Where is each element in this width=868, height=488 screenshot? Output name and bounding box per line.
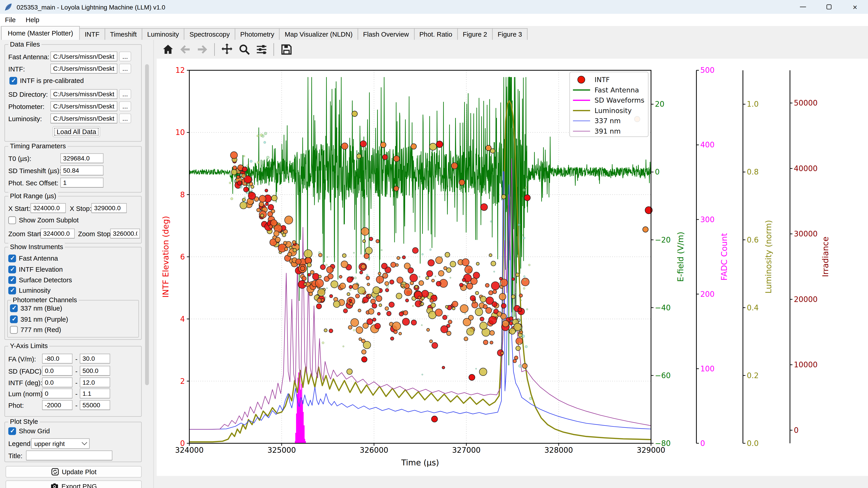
phot-max-input[interactable] bbox=[80, 400, 110, 410]
photometer-path-input[interactable] bbox=[51, 101, 117, 111]
magnifier-icon bbox=[238, 43, 250, 56]
tab-photometry[interactable]: Photometry bbox=[235, 28, 280, 40]
legend-position-label: Legend: bbox=[8, 440, 32, 448]
menu-help[interactable]: Help bbox=[21, 15, 44, 25]
tab-luminosity[interactable]: Luminosity bbox=[142, 28, 185, 40]
zoom-stop-input[interactable] bbox=[110, 229, 140, 238]
title-bar: 025353_main - Loyola Lightning Machine (… bbox=[0, 0, 868, 14]
app-feather-icon bbox=[4, 2, 13, 11]
checkbox-luminosity[interactable]: Luminosity bbox=[8, 287, 51, 294]
t0-input[interactable] bbox=[60, 153, 103, 163]
browse-intf-button[interactable]: ... bbox=[119, 64, 131, 74]
export-png-label: Export PNG bbox=[62, 482, 97, 488]
svg-text:0.0: 0.0 bbox=[747, 439, 759, 448]
checkbox-icon bbox=[8, 216, 16, 224]
group-photometer-channels: Photometer Channels 337 nm (Blue) 391 nm… bbox=[7, 300, 139, 337]
intf-path-label: INTF: bbox=[8, 65, 25, 73]
checkbox-label: INTF Elevation bbox=[19, 266, 63, 273]
fa-max-input[interactable] bbox=[80, 354, 110, 364]
luminosity-path-input[interactable] bbox=[51, 113, 117, 123]
fast-antenna-path-input[interactable] bbox=[51, 52, 117, 62]
sd-max-input[interactable] bbox=[80, 366, 110, 376]
load-all-data-button[interactable]: Load All Data bbox=[53, 126, 100, 137]
tab-spectroscopy[interactable]: Spectroscopy bbox=[184, 28, 236, 40]
phot-sec-offset-input[interactable] bbox=[60, 178, 103, 188]
checkbox-show-grid[interactable]: Show Grid bbox=[8, 427, 50, 435]
lum-max-input[interactable] bbox=[80, 389, 110, 398]
sd-min-input[interactable] bbox=[42, 366, 72, 376]
sidebar-scrollbar[interactable] bbox=[144, 40, 150, 488]
dash: - bbox=[75, 355, 78, 363]
x-start-input[interactable] bbox=[31, 203, 66, 213]
pane-divider[interactable] bbox=[153, 40, 154, 488]
pan-button[interactable] bbox=[220, 42, 234, 57]
checkbox-surface-detectors[interactable]: Surface Detectors bbox=[8, 276, 72, 284]
x-stop-label: X Stop: bbox=[70, 205, 91, 213]
configure-subplots-button[interactable] bbox=[254, 42, 269, 57]
arrow-right-icon bbox=[196, 43, 209, 56]
intf-max-input[interactable] bbox=[80, 378, 110, 387]
checkbox-391nm[interactable]: 391 nm (Purple) bbox=[10, 316, 68, 323]
group-title: Data Files bbox=[8, 40, 41, 48]
svg-text:200: 200 bbox=[700, 290, 714, 299]
tab-figure-3[interactable]: Figure 3 bbox=[492, 28, 527, 40]
dash: - bbox=[75, 390, 78, 398]
sd-directory-input[interactable] bbox=[51, 89, 117, 99]
fa-min-input[interactable] bbox=[42, 354, 72, 364]
lum-min-input[interactable] bbox=[42, 389, 72, 398]
svg-text:2: 2 bbox=[180, 377, 185, 386]
sliders-icon bbox=[255, 43, 268, 56]
minimize-icon bbox=[800, 6, 806, 7]
update-plot-button[interactable]: Update Plot bbox=[5, 466, 142, 478]
browse-sd-button[interactable]: ... bbox=[119, 89, 131, 99]
maximize-button[interactable] bbox=[816, 0, 842, 14]
tab-home-master-plotter[interactable]: Home (Master Plotter) bbox=[1, 26, 80, 40]
tab-map-visualizer[interactable]: Map Visualizer (NLDN) bbox=[279, 28, 358, 40]
checkbox-intf-precalibrated[interactable]: INTF is pre-calibrated bbox=[9, 77, 84, 85]
luminosity-path-label: Luminosity: bbox=[8, 115, 42, 123]
svg-text:INTF Elevation (deg): INTF Elevation (deg) bbox=[161, 216, 170, 297]
figure-canvas[interactable]: 324000325000326000327000328000329000Time… bbox=[157, 59, 868, 476]
checkbox-fast-antenna[interactable]: Fast Antenna bbox=[8, 255, 58, 262]
checkbox-icon bbox=[8, 276, 16, 284]
home-button[interactable] bbox=[160, 42, 175, 57]
tab-figure-2[interactable]: Figure 2 bbox=[457, 28, 493, 40]
tab-intf[interactable]: INTF bbox=[79, 28, 105, 40]
checkbox-337nm[interactable]: 337 nm (Blue) bbox=[10, 304, 62, 312]
close-button[interactable]: × bbox=[842, 0, 868, 14]
minimize-button[interactable] bbox=[790, 0, 816, 14]
checkbox-show-zoom-subplot[interactable]: Show Zoom Subplot bbox=[8, 216, 79, 224]
forward-button[interactable] bbox=[195, 42, 209, 57]
checkbox-icon bbox=[8, 427, 16, 435]
x-stop-input[interactable] bbox=[91, 203, 127, 213]
sd-timeshift-input[interactable] bbox=[60, 165, 103, 175]
master-plot[interactable]: 324000325000326000327000328000329000Time… bbox=[157, 59, 868, 476]
zoom-start-input[interactable] bbox=[40, 229, 75, 238]
phot-min-input[interactable] bbox=[42, 400, 72, 410]
checkbox-intf-elevation[interactable]: INTF Elevation bbox=[8, 266, 63, 273]
tab-phot-ratio[interactable]: Phot. Ratio bbox=[414, 28, 458, 40]
photometer-path-label: Photometer: bbox=[8, 103, 44, 110]
tab-flash-overview[interactable]: Flash Overview bbox=[358, 28, 414, 40]
browse-luminosity-button[interactable]: ... bbox=[119, 113, 131, 123]
checkbox-777nm[interactable]: 777 nm (Red) bbox=[10, 326, 61, 334]
checkbox-label: Fast Antenna bbox=[19, 255, 58, 262]
sidebar-scrollbar-thumb[interactable] bbox=[145, 64, 149, 385]
intf-min-input[interactable] bbox=[42, 378, 72, 387]
menu-file[interactable]: File bbox=[0, 15, 21, 25]
export-png-button[interactable]: Export PNG bbox=[5, 480, 142, 488]
zoom-button[interactable] bbox=[237, 42, 251, 57]
svg-text:328000: 328000 bbox=[545, 446, 573, 455]
checkbox-label: Luminosity bbox=[19, 287, 51, 294]
group-title: Y-Axis Limits bbox=[8, 342, 50, 350]
plot-title-input[interactable] bbox=[26, 451, 112, 460]
back-button[interactable] bbox=[178, 42, 192, 57]
intf-path-input[interactable] bbox=[51, 64, 117, 74]
tab-timeshift[interactable]: Timeshift bbox=[104, 28, 142, 40]
save-button[interactable] bbox=[279, 42, 293, 57]
svg-text:0: 0 bbox=[700, 439, 705, 448]
browse-fast-antenna-button[interactable]: ... bbox=[119, 52, 131, 62]
browse-photometer-button[interactable]: ... bbox=[119, 101, 131, 111]
legend-position-combobox[interactable]: upper right bbox=[31, 438, 90, 449]
svg-text:326000: 326000 bbox=[360, 446, 388, 455]
